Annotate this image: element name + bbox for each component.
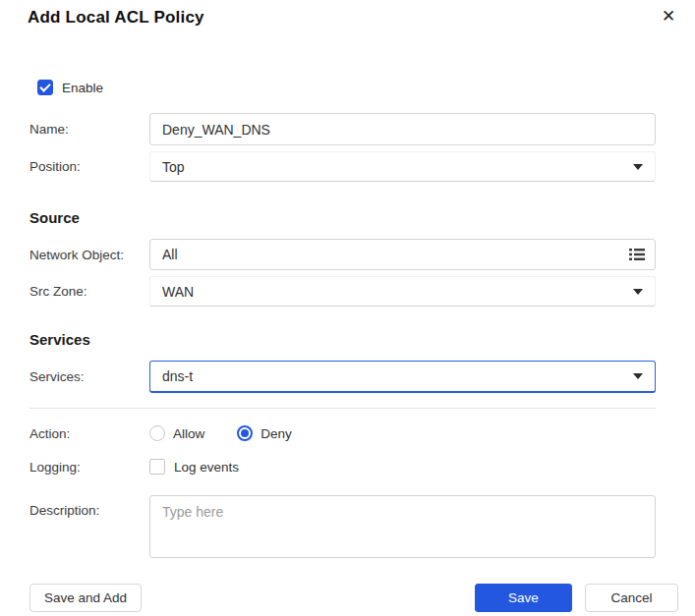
src-zone-value: WAN: [162, 284, 194, 300]
network-object-value: All: [162, 247, 178, 262]
action-option-deny[interactable]: Deny: [237, 425, 292, 441]
services-section-heading: Services: [29, 331, 656, 348]
enable-label: Enable: [62, 81, 103, 95]
add-local-acl-policy-dialog: Add Local ACL Policy ✕ Enable Name: Posi…: [0, 0, 695, 616]
save-button[interactable]: Save: [475, 584, 572, 612]
enable-checkbox[interactable]: [37, 80, 53, 95]
name-row: Name:: [29, 113, 656, 145]
dialog-footer: Save and Add Save Cancel: [29, 584, 678, 612]
source-section-heading: Source: [29, 209, 656, 226]
position-value: Top: [162, 159, 185, 175]
network-object-label: Network Object:: [29, 248, 149, 262]
name-label: Name:: [29, 122, 149, 137]
position-row: Position: Top: [29, 151, 656, 182]
save-and-add-button[interactable]: Save and Add: [29, 584, 142, 612]
chevron-down-icon: [633, 373, 643, 379]
services-label: Services:: [29, 369, 149, 384]
position-label: Position:: [29, 159, 149, 174]
description-textarea[interactable]: [149, 495, 656, 558]
section-divider: [29, 408, 656, 409]
log-events-label: Log events: [174, 460, 239, 475]
logging-label: Logging:: [29, 460, 149, 475]
services-select[interactable]: dns-t: [149, 361, 656, 393]
deny-radio[interactable]: [237, 425, 253, 441]
allow-radio-label: Allow: [173, 426, 204, 441]
description-row: Description:: [29, 495, 656, 562]
src-zone-select[interactable]: WAN: [149, 276, 656, 307]
action-radio-group: Allow Deny: [149, 425, 656, 441]
log-events-checkbox[interactable]: [149, 459, 165, 475]
network-object-select[interactable]: All: [149, 239, 656, 270]
chevron-down-icon: [633, 289, 643, 295]
close-icon[interactable]: ✕: [658, 6, 679, 28]
services-row: Services: dns-t: [29, 361, 656, 393]
services-value: dns-t: [162, 368, 193, 384]
action-option-allow[interactable]: Allow: [149, 425, 204, 441]
allow-radio[interactable]: [149, 425, 165, 441]
logging-row: Logging: Log events: [29, 459, 656, 475]
action-row: Action: Allow Deny: [29, 425, 656, 441]
description-label: Description:: [29, 503, 149, 518]
network-object-row: Network Object: All: [29, 239, 656, 270]
cancel-button[interactable]: Cancel: [585, 584, 678, 612]
src-zone-row: Src Zone: WAN: [29, 276, 656, 307]
src-zone-label: Src Zone:: [29, 284, 149, 299]
action-label: Action:: [29, 426, 149, 441]
deny-radio-label: Deny: [261, 426, 292, 441]
position-select[interactable]: Top: [149, 151, 656, 182]
dialog-title: Add Local ACL Policy: [28, 8, 667, 28]
dialog-header: Add Local ACL Policy ✕: [0, 0, 695, 28]
name-input[interactable]: [149, 113, 656, 145]
list-icon: [629, 248, 645, 261]
enable-row: Enable: [37, 80, 656, 95]
chevron-down-icon: [633, 164, 643, 170]
